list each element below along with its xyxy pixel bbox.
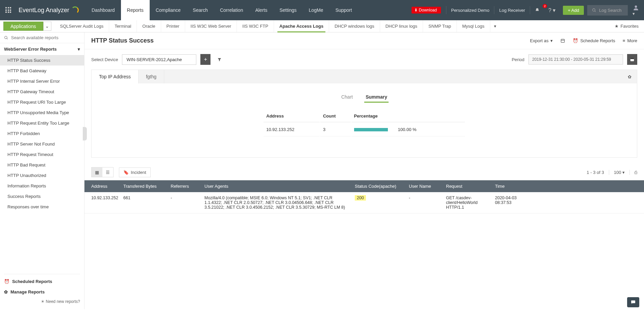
dr-user: -: [409, 196, 446, 200]
dr-status: 200: [355, 196, 409, 200]
snav-dhcp-win[interactable]: DHCP windows logs: [329, 20, 380, 32]
data-header: Address Transfered Bytes Referrers User …: [84, 180, 644, 192]
sidebar-item-success-reports[interactable]: Success Reports: [0, 191, 84, 202]
card-settings-icon[interactable]: ✿: [622, 74, 637, 79]
sidebar-item-uri-too-large[interactable]: HTTP Request URI Too Large: [0, 97, 84, 107]
scheduled-reports-link[interactable]: ⏰ Scheduled Reports: [4, 276, 80, 287]
nav-correlation[interactable]: Correlation: [214, 0, 249, 20]
snav-printer[interactable]: Printer: [161, 20, 185, 32]
percentage-bar: [354, 128, 388, 131]
sidebar-item-request-timeout[interactable]: HTTP Request Timeout: [0, 149, 84, 160]
incident-button[interactable]: 🔖 Incident: [119, 167, 151, 177]
topbar: EventLog Analyzer Dashboard Reports Comp…: [0, 0, 644, 20]
detail-toolbar: ▦ ☰ 🔖 Incident 1 - 3 of 3 100 ▾ ⎙: [84, 164, 644, 180]
snav-mysql[interactable]: Mysql Logs: [457, 20, 490, 32]
dr-time: 2020-04-03 08:37:53: [495, 196, 525, 205]
log-receiver-link[interactable]: Log Receiver: [494, 6, 530, 14]
more-button[interactable]: ≡ More: [623, 38, 637, 43]
sidebar-item-bad-gateway[interactable]: HTTP Bad Gateway: [0, 66, 84, 76]
snav-apache[interactable]: Apache Access Logs: [274, 20, 329, 32]
per-page-select[interactable]: 100 ▾: [609, 170, 625, 175]
notification-bell-icon[interactable]: 2: [530, 6, 544, 14]
sidebar: WebServer Error Reports ▾ HTTP Status Su…: [0, 32, 84, 309]
snav-dhcp-linux[interactable]: DHCP linux logs: [380, 20, 423, 32]
snav-iis-ftp[interactable]: IIS W3C FTP: [237, 20, 274, 32]
columns-icon[interactable]: ⎙: [629, 170, 637, 175]
tab-fgthg[interactable]: fgthg: [139, 70, 164, 83]
snav-terminal[interactable]: Terminal: [109, 20, 137, 32]
svg-point-3: [5, 36, 7, 38]
add-device-button[interactable]: +: [200, 54, 210, 65]
sidebar-item-unauthorized[interactable]: HTTP Unauthorized: [0, 170, 84, 181]
sidebar-item-responses-over-time[interactable]: Responses over time: [0, 202, 84, 212]
nav-support[interactable]: Support: [329, 0, 358, 20]
view-table-icon[interactable]: ▦: [92, 167, 102, 177]
more-icon: ≡: [623, 38, 625, 43]
subnav-more-icon[interactable]: ▾: [490, 20, 500, 32]
sidebar-item-bad-request[interactable]: HTTP Bad Request: [0, 160, 84, 170]
favorites-label: Favorites: [621, 24, 639, 29]
apps-grid-icon[interactable]: [0, 7, 17, 13]
snav-oracle[interactable]: Oracle: [137, 20, 161, 32]
topbar-right: Download Personalized Demo Log Receiver …: [412, 0, 644, 20]
sidebar-item-internal-error[interactable]: HTTP Internal Server Error: [0, 76, 84, 86]
nav-logme[interactable]: LogMe: [303, 0, 329, 20]
export-button[interactable]: Export as ▾: [530, 38, 553, 43]
sidebar-item-gateway-timeout[interactable]: HTTP Gateway Timeout: [0, 86, 84, 97]
manage-label: Manage Reports: [10, 289, 45, 294]
sidebar-item-information[interactable]: Information Reports: [0, 181, 84, 191]
sidebar-collapse-handle[interactable]: [83, 127, 87, 140]
period-input[interactable]: 2019-12-31 21:30:00 - 2020-05-31 21:29:5…: [528, 54, 623, 64]
sidebar-item-not-found[interactable]: HTTP Server Not Found: [0, 139, 84, 149]
view-list-icon[interactable]: ☰: [102, 167, 113, 177]
tab-chart[interactable]: Chart: [340, 92, 354, 103]
applications-button[interactable]: Applications: [3, 22, 43, 31]
nav-alerts[interactable]: Alerts: [249, 0, 273, 20]
dh-status: Status Code(apache): [355, 184, 409, 189]
sidebar-search[interactable]: [0, 32, 84, 43]
filter-icon[interactable]: [215, 55, 224, 64]
need-new-reports-link[interactable]: ☀ Need new reports?: [4, 297, 80, 306]
nav-search[interactable]: Search: [187, 0, 214, 20]
need-label: Need new reports?: [46, 299, 80, 304]
nav-dashboard[interactable]: Dashboard: [85, 0, 121, 20]
page-actions: Export as ▾ ⏰ Schedule Reports ≡ More: [530, 38, 637, 43]
help-icon[interactable]: ? ▾: [544, 7, 560, 14]
tab-top-ip[interactable]: Top IP Address: [92, 70, 139, 83]
log-search-box[interactable]: Log Search: [587, 5, 628, 16]
calendar-icon[interactable]: [627, 54, 637, 65]
page-range: 1 - 3 of 3: [587, 170, 604, 175]
dh-request: Request: [446, 184, 495, 189]
main-nav: Dashboard Reports Compliance Search Corr…: [85, 0, 358, 20]
manage-reports-link[interactable]: ✿ Manage Reports: [4, 287, 80, 297]
favorites-link[interactable]: ★ Favorites: [609, 20, 644, 32]
user-menu-icon[interactable]: ▾: [628, 4, 644, 16]
snav-snmp[interactable]: SNMP Trap: [423, 20, 457, 32]
sidebar-group-header[interactable]: WebServer Error Reports ▾: [0, 43, 84, 55]
sidebar-search-input[interactable]: [11, 35, 80, 40]
add-button[interactable]: + Add: [563, 6, 584, 15]
nav-compliance[interactable]: Compliance: [150, 0, 187, 20]
sidebar-item-entity-too-large[interactable]: HTTP Request Entity Too Large: [0, 118, 84, 128]
nav-settings[interactable]: Settings: [273, 0, 303, 20]
search-icon: [4, 35, 8, 40]
inner-tabs: Chart Summary: [92, 83, 637, 106]
logo-text: EventLog Analyzer: [19, 7, 69, 14]
dh-address: Address: [91, 184, 123, 189]
svg-line-4: [7, 38, 8, 39]
sidebar-item-forbidden[interactable]: HTTP Forbidden: [0, 128, 84, 139]
sidebar-item-unsupported-media[interactable]: HTTP Unsupported Media Type: [0, 107, 84, 118]
sidebar-item-http-success[interactable]: HTTP Status Success: [0, 55, 84, 66]
schedule-reports-button[interactable]: ⏰ Schedule Reports: [573, 38, 615, 43]
nav-reports[interactable]: Reports: [121, 0, 150, 20]
download-button[interactable]: Download: [412, 7, 441, 14]
tab-summary[interactable]: Summary: [364, 92, 389, 103]
snav-sqlserver[interactable]: SQLServer Audit Logs: [55, 20, 109, 32]
personalized-demo-link[interactable]: Personalized Demo: [446, 6, 494, 14]
applications-dropdown-icon[interactable]: ⌄: [43, 22, 51, 31]
chat-icon[interactable]: [627, 297, 639, 307]
pin-icon[interactable]: [560, 38, 565, 43]
snav-iis-web[interactable]: IIS W3C Web Server: [185, 20, 237, 32]
svg-line-1: [595, 11, 596, 12]
device-select[interactable]: WIN-SERVER-2012,Apache: [122, 54, 196, 65]
